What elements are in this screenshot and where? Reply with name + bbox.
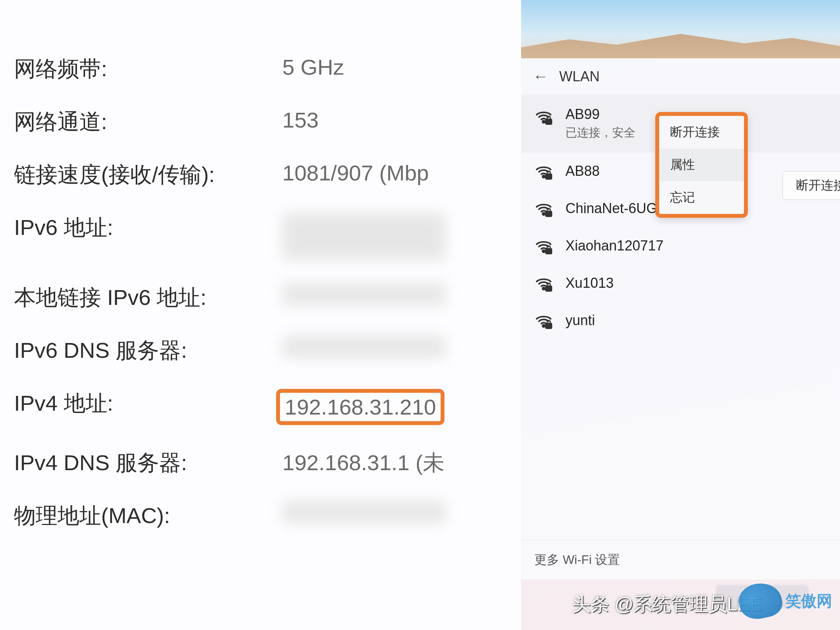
wifi-secured-icon (534, 200, 553, 219)
wifi-secured-icon (534, 275, 553, 293)
svg-rect-7 (546, 249, 551, 254)
wifi-text: Xiaohan120717 (565, 238, 663, 254)
network-info-row: IPv4 地址:192.168.31.210 (14, 389, 509, 425)
info-value-redacted (282, 213, 446, 260)
info-value: 153 (282, 107, 318, 133)
svg-rect-5 (546, 212, 551, 216)
wifi-name: AB99 (565, 106, 635, 122)
info-label: 物理地址(MAC): (14, 501, 282, 531)
svg-rect-11 (546, 324, 551, 328)
wifi-text: AB88 (565, 163, 600, 179)
info-label: IPv4 DNS 服务器: (14, 448, 282, 478)
info-value-redacted (282, 336, 446, 358)
desktop-wallpaper (521, 0, 840, 58)
wifi-secured-icon (534, 237, 553, 256)
network-details-panel: 网络频带:5 GHz网络通道:153链接速度(接收/传输):1081/907 (… (0, 0, 521, 630)
context-menu-item[interactable]: 属性 (659, 149, 744, 181)
svg-point-6 (542, 250, 545, 252)
info-label: IPv6 地址: (14, 213, 282, 243)
svg-point-0 (542, 121, 545, 123)
info-label: 网络通道: (14, 107, 282, 137)
svg-rect-3 (546, 174, 551, 179)
wlan-title: WLAN (559, 68, 600, 85)
wifi-context-menu: 断开连接属性忘记 (655, 112, 748, 218)
wifi-name: Xiaohan120717 (565, 238, 663, 254)
wifi-text: yunti (565, 312, 595, 329)
back-arrow-icon[interactable]: ← (533, 68, 548, 85)
info-value: 192.168.31.210 (285, 395, 436, 419)
network-info-row: 本地链接 IPv6 地址: (14, 283, 509, 313)
wifi-secured-icon (534, 312, 553, 331)
svg-point-2 (542, 175, 545, 178)
context-menu-item[interactable]: 忘记 (659, 181, 744, 214)
wlan-header: ← WLAN (521, 58, 840, 94)
svg-rect-1 (546, 119, 551, 124)
info-value: 192.168.31.1 (未 (282, 448, 444, 478)
wifi-name: AB88 (565, 163, 600, 179)
info-value: 1081/907 (Mbp (282, 160, 429, 186)
context-menu-item[interactable]: 断开连接 (659, 116, 744, 149)
more-wifi-settings-link[interactable]: 更多 Wi-Fi 设置 (521, 540, 840, 579)
network-info-row: 物理地址(MAC): (14, 501, 509, 531)
dolphin-icon (736, 579, 785, 623)
author-watermark: 头条 @系统管理员LEE (572, 592, 762, 617)
wallpaper-mountain (521, 31, 840, 58)
disconnect-button[interactable]: 断开连接 (782, 171, 840, 200)
network-info-row: 网络通道:153 (14, 107, 509, 137)
ipv4-highlight-box: 192.168.31.210 (276, 389, 444, 425)
wifi-name: Xu1013 (565, 275, 614, 291)
info-value-redacted (282, 283, 446, 305)
svg-point-10 (542, 325, 545, 327)
wifi-status: 已连接，安全 (565, 125, 635, 141)
info-value: 5 GHz (282, 54, 344, 80)
network-info-row: 链接速度(接收/传输):1081/907 (Mbp (14, 160, 509, 190)
info-label: IPv6 DNS 服务器: (14, 336, 282, 366)
network-info-row: IPv4 DNS 服务器:192.168.31.1 (未 (14, 448, 509, 478)
wifi-text: AB99已连接，安全 (565, 106, 635, 141)
svg-point-8 (542, 287, 545, 290)
info-value-redacted (282, 501, 446, 523)
network-info-row: 网络频带:5 GHz (14, 54, 509, 84)
wifi-network-item[interactable]: Xu1013 (521, 264, 840, 302)
info-label: 链接速度(接收/传输): (14, 160, 282, 190)
network-info-row: IPv6 地址: (14, 213, 509, 260)
wifi-network-item[interactable]: yunti (521, 302, 840, 339)
wifi-network-item[interactable]: Xiaohan120717 (521, 227, 840, 264)
wlan-flyout-panel: ← WLAN AB99已连接，安全 AB88 ChinaNet-6UGHVN X… (521, 0, 840, 630)
svg-rect-9 (546, 286, 551, 291)
wifi-text: Xu1013 (565, 275, 614, 291)
wifi-secured-icon (534, 108, 553, 126)
info-label: IPv4 地址: (14, 389, 282, 418)
site-watermark: 笑傲网 (739, 583, 832, 618)
wifi-name: yunti (565, 312, 595, 329)
info-label: 网络频带: (14, 54, 282, 84)
site-name: 笑傲网 (786, 590, 832, 612)
wifi-secured-icon (534, 163, 553, 181)
svg-point-4 (542, 213, 545, 215)
network-info-row: IPv6 DNS 服务器: (14, 336, 509, 366)
info-label: 本地链接 IPv6 地址: (14, 283, 282, 313)
